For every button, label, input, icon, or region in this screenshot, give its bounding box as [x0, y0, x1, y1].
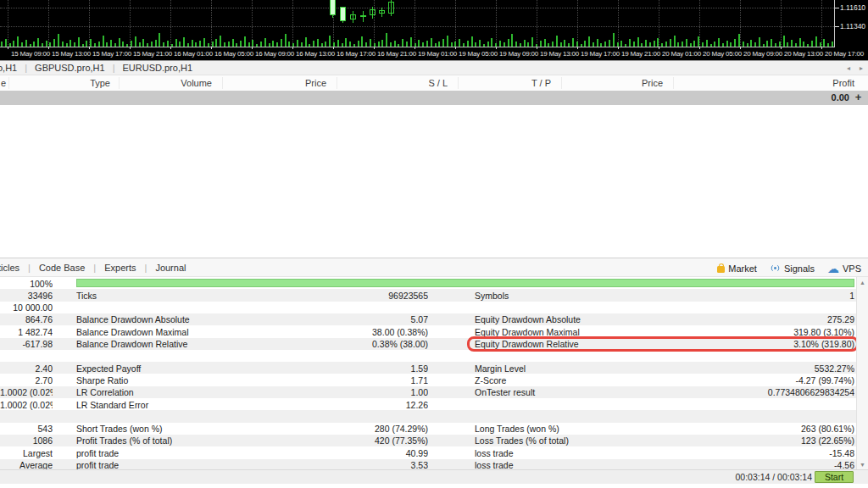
column-header-volume[interactable]: Volume — [181, 78, 212, 88]
volume-bar — [609, 40, 610, 47]
chart-tab-gbpusd-pro-h1[interactable]: GBPUSD.pro,H1 — [27, 63, 113, 73]
price-value: 1.11340 — [840, 22, 865, 30]
gridline-horizontal — [0, 8, 834, 8]
result-cell: 5.07 — [326, 314, 428, 324]
vps-button[interactable]: ☁VPS — [827, 263, 861, 274]
result-row[interactable]: 1 482.74Balance Drawdown Maximal38.00 (0… — [0, 325, 856, 337]
toolbox-tab-ticles[interactable]: ticles — [0, 263, 28, 273]
result-row[interactable]: 2.70Sharpe Ratio1.71Z-Score-4.27 (99.74%… — [0, 374, 856, 385]
scroll-up-icon[interactable]: ▲ — [857, 277, 868, 289]
result-row[interactable]: 543Short Trades (won %)280 (74.29%)Long … — [0, 423, 856, 435]
result-cell: 40.99 — [326, 448, 428, 458]
time-tick — [537, 47, 537, 49]
toolbox-tab-journal[interactable]: Journal — [147, 263, 194, 273]
volume-bar — [459, 39, 460, 47]
volume-bar — [499, 41, 501, 47]
result-row[interactable] — [0, 410, 856, 422]
chart-plot[interactable] — [0, 0, 835, 47]
result-cell: LR Correlation — [76, 387, 326, 397]
time-tick — [659, 47, 659, 49]
result-row[interactable]: -617.98Balance Drawdown Relative0.38% (3… — [0, 338, 856, 350]
time-axis[interactable]: 0015 May 09:0015 May 13:0015 May 17:0015… — [0, 47, 868, 60]
volume-bar — [654, 41, 655, 47]
result-cell: 33496 — [0, 291, 53, 301]
toolbox-tab-experts[interactable]: Experts — [96, 263, 144, 273]
chart-tab-eurusd-pro-h1[interactable]: EURUSD.pro,H1 — [115, 63, 201, 73]
result-cell: 1 482.74 — [0, 327, 53, 337]
volume-bar — [706, 40, 708, 47]
volume-bar — [264, 38, 266, 47]
volume-bar — [811, 41, 813, 47]
volume-bar — [203, 38, 205, 47]
price-chart-area: 1.116101.11340 0015 May 09:0015 May 13:0… — [0, 0, 868, 60]
column-header-t-p[interactable]: T / P — [531, 78, 551, 88]
chart-tab-bar: o,H1|GBPUSD.pro,H1|EURUSD.pro,H1 ◂ ▸ — [0, 60, 868, 75]
column-header-e[interactable]: e — [1, 78, 6, 88]
candle — [370, 9, 376, 15]
volume-bar — [471, 36, 473, 47]
toolbox-tabs: ticles|Code Base|Experts|Journal — [0, 263, 194, 273]
volume-bar — [13, 41, 14, 47]
start-button[interactable]: Start — [815, 471, 854, 483]
volume-bar — [285, 34, 287, 47]
result-cell: LR Standard Error — [76, 400, 326, 410]
result-row[interactable]: 2.40Expected Payoff1.59Margin Level5532.… — [0, 362, 856, 374]
volume-bar — [750, 40, 752, 47]
result-row[interactable]: 1086Profit Trades (% of total)420 (77.35… — [0, 435, 856, 446]
column-header-price[interactable]: Price — [305, 78, 326, 88]
chart-tab-o-h1[interactable]: o,H1 — [0, 63, 25, 73]
result-cell: 319.80 (3.10%) — [712, 327, 854, 337]
result-cell: loss trade — [475, 448, 678, 458]
volume-bar — [620, 41, 622, 47]
result-row[interactable] — [0, 350, 856, 362]
time-axis-label: 20 May 13:00 — [784, 50, 823, 58]
price-axis[interactable]: 1.116101.11340 — [835, 0, 868, 47]
volume-bar — [442, 39, 444, 47]
time-tick — [496, 47, 497, 49]
new-order-plus-icon[interactable]: + — [852, 91, 865, 103]
signals-button[interactable]: Signals — [770, 263, 815, 274]
balance-row[interactable]: 0.00 + — [0, 91, 868, 105]
time-axis-label: 15 May 17:00 — [92, 50, 131, 58]
result-cell: Symbols — [475, 291, 678, 301]
progress-bar — [76, 279, 854, 287]
volume-bar — [584, 41, 586, 47]
volume-bar — [131, 41, 132, 47]
result-row[interactable]: 864.76Balance Drawdown Absolute5.07Equit… — [0, 313, 856, 325]
column-header-type[interactable]: Type — [90, 78, 110, 88]
time-tick — [577, 47, 578, 49]
time-tick — [781, 47, 782, 49]
time-axis-label: 19 May 21:00 — [621, 50, 660, 58]
result-row[interactable]: 1.0002 (0.02%)LR Correlation1.00OnTester… — [0, 386, 856, 398]
result-cell: profit trade — [76, 448, 326, 458]
tab-nav-forward-icon[interactable]: ▸ — [860, 64, 863, 72]
time-tick — [8, 47, 8, 49]
tab-nav-back-icon[interactable]: ◂ — [847, 64, 850, 72]
volume-bar — [345, 38, 347, 47]
column-header-profit[interactable]: Profit — [832, 78, 854, 88]
tab-nav: ◂ ▸ — [847, 64, 863, 72]
time-axis-label: 19 May 01:00 — [418, 50, 457, 58]
volume-bar — [418, 40, 420, 47]
time-tick — [618, 47, 619, 49]
column-header-price[interactable]: Price — [642, 78, 663, 88]
column-header-s-l[interactable]: S / L — [428, 78, 448, 88]
result-row[interactable]: 10 000.00 — [0, 302, 856, 313]
volume-bar — [370, 39, 371, 47]
results-scrollbar[interactable]: ▲ ▼ — [856, 277, 868, 471]
volume-bar — [431, 38, 432, 47]
result-row[interactable]: 33496Ticks96923565Symbols1 — [0, 289, 856, 301]
result-row[interactable]: Largestprofit trade40.99loss trade-15.48 — [0, 446, 856, 458]
time-axis-label: 19 May 13:00 — [540, 50, 579, 58]
toolbox-tab-bar: ticles|Code Base|Experts|Journal MarketS… — [0, 258, 868, 277]
market-button[interactable]: Market — [717, 263, 757, 274]
volume-bar — [358, 41, 359, 47]
progress-row: 100% — [0, 277, 856, 289]
volume-bar — [78, 37, 80, 47]
volume-bar — [240, 41, 242, 47]
result-row[interactable]: 1.0002 (0.02%)LR Standard Error12.26 — [0, 398, 856, 410]
result-cell: 864.76 — [0, 314, 53, 324]
volume-bar — [637, 37, 639, 47]
toolbox-tab-code-base[interactable]: Code Base — [31, 263, 93, 273]
price-tick — [835, 8, 839, 8]
